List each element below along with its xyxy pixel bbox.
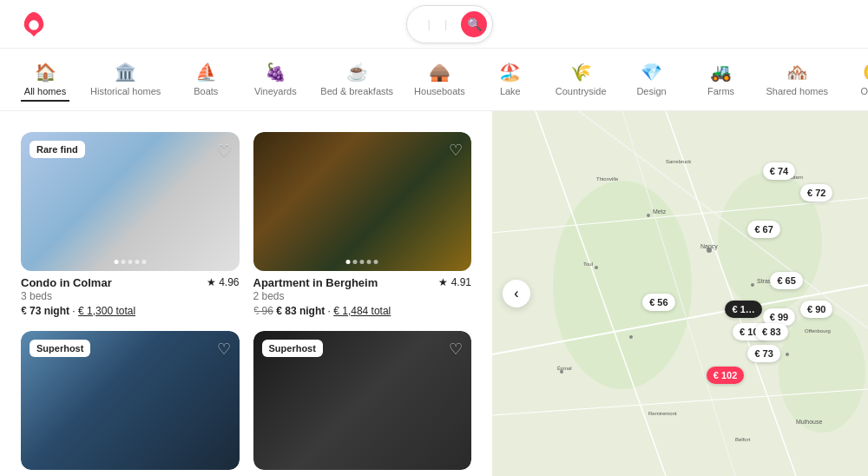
svg-text:Offenbourg: Offenbourg [805,328,831,334]
wishlist-button[interactable]: ♡ [449,141,463,160]
map-price-pill[interactable]: € 90 [800,301,832,318]
nav-label: Historical homes [90,86,161,96]
dot [121,260,125,264]
svg-text:Remiremont: Remiremont [648,411,677,416]
nav-item-farms[interactable]: 🚜 Farms [697,58,746,102]
search-divider2: | [444,17,447,30]
nav-item-boats[interactable]: ⛵ Boats [181,58,230,102]
map-price-pill[interactable]: € 102 [707,367,745,384]
nav-label: OMG! [860,86,868,96]
listing-card-1[interactable]: Rare find ♡ Condo in Colmar ★ 4.96 3 bed… [21,132,240,317]
nav-label: Bed & breakfasts [320,86,393,96]
svg-text:Mulhouse: Mulhouse [796,419,822,425]
nav-label: Boats [194,86,218,96]
nav-label: Shared homes [766,86,829,96]
dot [141,260,146,264]
dot [135,260,139,264]
svg-point-1 [553,181,692,389]
search-bar[interactable]: | | 🔍 [406,5,494,43]
listing-badge: Superhost [262,340,323,357]
listing-price: € 73 night · € 1,300 total [21,305,240,317]
svg-text:Sarrebruck: Sarrebruck [666,159,692,164]
svg-text:Metz: Metz [653,208,667,215]
svg-text:Thionville: Thionville [596,176,619,182]
listing-badge: Superhost [30,340,90,357]
price-night: € 73 night [21,305,69,317]
map-price-pill[interactable]: € 56 [642,294,674,311]
price-total[interactable]: € 1,300 total [78,305,135,317]
header: | | 🔍 [0,0,868,49]
nav-item-countryside[interactable]: 🌾 Countryside [556,58,607,102]
omg-icon: 😮 [863,62,868,83]
listing-price: € 96 € 83 night · € 1,484 total [253,305,472,317]
nav-item-all-homes[interactable]: 🏠 All homes [21,58,69,102]
listing-badge: Rare find [30,141,85,158]
map-panel[interactable]: Metz Toul Nancy Strasbourg Épinal Thionv… [492,111,868,476]
listing-beds: 2 beds [253,290,472,302]
wishlist-button[interactable]: ♡ [217,340,231,359]
dot [128,260,132,264]
map-price-pill[interactable]: € 67 [747,221,779,238]
nav-item-historical[interactable]: 🏛️ Historical homes [90,58,161,102]
svg-point-12 [595,266,598,269]
dot [374,260,378,264]
category-nav: 🏠 All homes 🏛️ Historical homes ⛵ Boats … [0,49,868,111]
listing-dots [114,260,146,264]
listing-beds: 3 beds [21,290,240,302]
map-price-pill[interactable]: € 73 [747,345,779,362]
listing-rating: ★ 4.96 [207,276,240,288]
listing-image: Superhost ♡ [253,331,472,470]
historical-icon: 🏛️ [115,62,136,83]
svg-point-15 [629,335,633,339]
bed-breakfasts-icon: ☕ [346,62,368,83]
nav-item-shared-homes[interactable]: 🏘️ Shared homes [766,58,829,102]
search-icon: 🔍 [467,17,482,31]
map-price-pill[interactable]: € 74 [763,162,795,180]
map-toggle-button[interactable]: ‹ [503,280,530,307]
boats-icon: ⛵ [195,62,217,83]
svg-point-14 [751,283,754,287]
price-total[interactable]: € 1,484 total [333,305,391,317]
listing-info: Apartment in Bergheim ★ 4.91 2 beds € 96… [253,271,472,317]
nav-item-houseboats[interactable]: 🛖 Houseboats [414,58,465,102]
dot [360,260,365,264]
nav-label: Houseboats [414,86,465,96]
map-price-pill[interactable]: € 65 [770,272,802,289]
nav-item-lake[interactable]: 🏖️ Lake [486,58,535,102]
nav-item-bed-breakfasts[interactable]: ☕ Bed & breakfasts [320,58,393,102]
listing-card-2[interactable]: ♡ Apartment in Bergheim ★ 4.91 2 beds € … [253,132,472,317]
logo[interactable] [21,11,52,37]
listing-title-row: Condo in Colmar ★ 4.96 [21,276,240,289]
listing-card-3[interactable]: Superhost ♡ [21,331,240,470]
svg-text:Nancy: Nancy [700,243,718,250]
nav-item-design[interactable]: 💎 Design [628,58,676,102]
search-divider: | [428,17,431,30]
wishlist-button[interactable]: ♡ [217,141,231,160]
countryside-icon: 🌾 [570,62,592,83]
nav-label: Farms [707,86,734,96]
listing-dots [346,260,378,264]
price-night: € 83 night [276,305,325,317]
nav-item-omg[interactable]: 😮 OMG! [849,58,868,102]
dot [114,260,118,264]
wishlist-button[interactable]: ♡ [449,340,463,359]
map-price-pill[interactable]: € 1… [725,301,761,318]
dot [367,260,372,264]
listing-info: Condo in Colmar ★ 4.96 3 beds € 73 night… [21,271,240,317]
svg-text:Épinal: Épinal [557,366,572,371]
search-button[interactable]: 🔍 [461,11,487,37]
listing-title: Condo in Colmar [21,276,112,289]
farms-icon: 🚜 [710,62,732,83]
all-homes-icon: 🏠 [35,62,56,83]
map-price-pill[interactable]: € 72 [800,184,832,202]
houseboats-icon: 🛖 [429,62,450,83]
nav-label: Vineyards [254,86,297,96]
vineyards-icon: 🍇 [265,62,286,83]
nav-item-vineyards[interactable]: 🍇 Vineyards [251,58,299,102]
map-price-pill[interactable]: € 83 [755,323,787,340]
svg-point-11 [647,214,650,217]
nav-label: Lake [500,86,521,96]
listing-card-4[interactable]: Superhost ♡ [253,331,472,470]
listings-grid: Rare find ♡ Condo in Colmar ★ 4.96 3 bed… [21,132,471,470]
listing-image: Superhost ♡ [21,331,240,470]
